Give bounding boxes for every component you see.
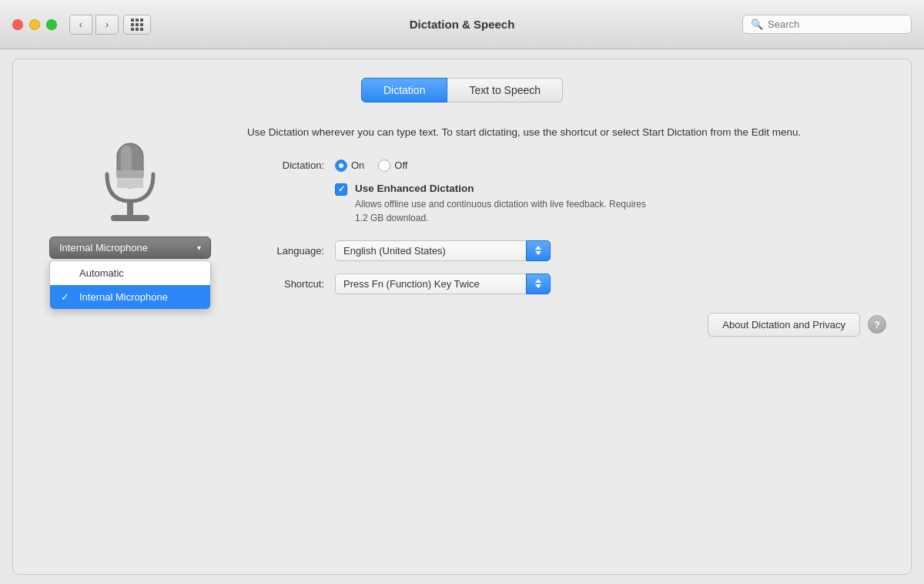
radio-off-option[interactable]: Off	[378, 159, 407, 172]
tab-dictation[interactable]: Dictation	[361, 78, 447, 102]
about-dictation-button[interactable]: About Dictation and Privacy	[708, 313, 860, 337]
svg-rect-5	[127, 201, 133, 216]
enhanced-title: Use Enhanced Dictation	[355, 183, 648, 194]
microphone-dropdown-menu: Automatic ✓ Internal Microphone	[49, 260, 211, 310]
right-panel: Use Dictation wherever you can type text…	[247, 124, 886, 337]
dropdown-item-automatic-label: Automatic	[79, 267, 124, 279]
dropdown-item-internal-label: Internal Microphone	[79, 291, 168, 303]
shortcut-label: Shortcut:	[247, 278, 324, 290]
microphone-dropdown-container: Internal Microphone ▾ Automatic ✓ Intern…	[49, 237, 211, 259]
bottom-row: About Dictation and Privacy ?	[247, 313, 886, 337]
search-input[interactable]	[768, 18, 903, 30]
window-title: Dictation & Speech	[410, 18, 515, 31]
checkbox-check-icon: ✓	[338, 184, 345, 194]
microphone-selected-label: Internal Microphone	[59, 242, 148, 253]
content-area: Dictation Text to Speech	[12, 59, 912, 575]
language-row: Language: English (United States)	[247, 240, 886, 261]
titlebar: ‹ › Dictation & Speech 🔍	[0, 0, 924, 49]
traffic-lights	[12, 19, 57, 30]
dropdown-item-internal-microphone[interactable]: ✓ Internal Microphone	[50, 285, 210, 309]
nav-buttons: ‹ ›	[69, 15, 119, 35]
grid-icon	[131, 18, 143, 31]
body-layout: Internal Microphone ▾ Automatic ✓ Intern…	[38, 124, 886, 337]
svg-rect-6	[111, 215, 149, 221]
enhanced-section: ✓ Use Enhanced Dictation Allows offline …	[335, 183, 886, 225]
language-select-wrapper: English (United States)	[335, 240, 551, 261]
enhanced-checkbox[interactable]: ✓	[335, 183, 347, 196]
maximize-button[interactable]	[46, 19, 57, 30]
back-button[interactable]: ‹	[69, 15, 92, 35]
enhanced-text-block: Use Enhanced Dictation Allows offline us…	[355, 183, 648, 225]
svg-rect-4	[117, 178, 143, 188]
radio-on-circle	[335, 159, 347, 172]
microphone-icon	[95, 139, 165, 224]
description-text: Use Dictation wherever you can type text…	[247, 124, 886, 141]
language-select[interactable]: English (United States)	[335, 240, 551, 261]
language-label: Language:	[247, 245, 324, 257]
dropdown-item-automatic[interactable]: Automatic	[50, 261, 210, 285]
dictation-label: Dictation:	[247, 159, 324, 171]
shortcut-row: Shortcut: Press Fn (Function) Key Twice	[247, 274, 886, 294]
checkmark-internal: ✓	[61, 291, 73, 303]
search-box[interactable]: 🔍	[742, 15, 912, 34]
enhanced-desc: Allows offline use and continuous dictat…	[355, 197, 648, 225]
shortcut-select[interactable]: Press Fn (Function) Key Twice	[335, 274, 551, 294]
radio-on-option[interactable]: On	[335, 159, 364, 172]
shortcut-select-wrapper: Press Fn (Function) Key Twice	[335, 274, 551, 294]
grid-button[interactable]	[123, 15, 151, 35]
radio-off-circle	[378, 159, 390, 172]
radio-off-label: Off	[394, 159, 407, 171]
radio-group: On Off	[335, 159, 407, 172]
close-button[interactable]	[12, 19, 23, 30]
left-panel: Internal Microphone ▾ Automatic ✓ Intern…	[38, 124, 223, 337]
dictation-row: Dictation: On Off	[247, 159, 886, 172]
enhanced-row: ✓ Use Enhanced Dictation Allows offline …	[335, 183, 886, 225]
minimize-button[interactable]	[29, 19, 40, 30]
forward-button[interactable]: ›	[95, 15, 119, 35]
dropdown-arrow-icon: ▾	[197, 243, 201, 252]
tab-text-to-speech[interactable]: Text to Speech	[447, 78, 563, 102]
help-button[interactable]: ?	[868, 315, 886, 334]
tabs: Dictation Text to Speech	[38, 78, 886, 102]
search-icon: 🔍	[751, 18, 763, 30]
microphone-dropdown-button[interactable]: Internal Microphone ▾	[49, 237, 211, 259]
radio-on-label: On	[351, 159, 364, 171]
